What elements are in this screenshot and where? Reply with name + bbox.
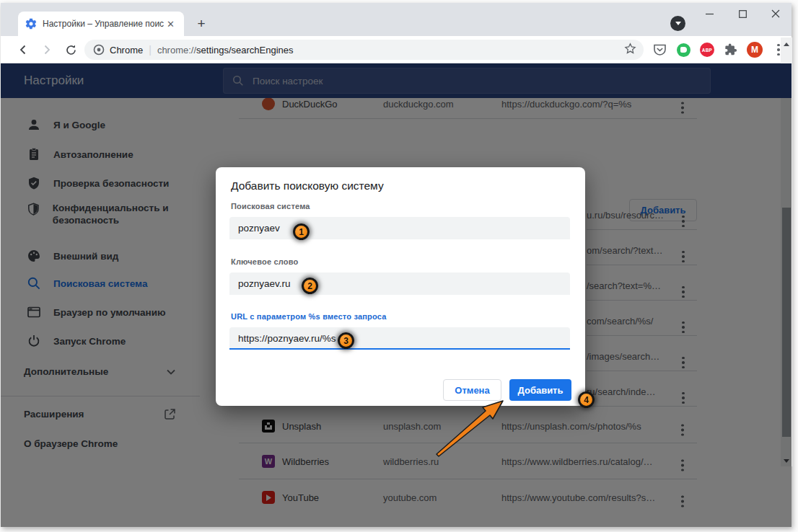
tab-title: Настройки – Управление поиск	[43, 19, 164, 29]
new-tab-button[interactable]: +	[193, 16, 210, 33]
bookmark-star-icon[interactable]	[624, 43, 636, 58]
caret-down-icon	[675, 22, 681, 25]
adblock-plus-icon[interactable]: ABP	[697, 40, 717, 60]
forward-icon[interactable]	[37, 40, 57, 60]
field-label-engine: Поисковая система	[231, 202, 310, 210]
extensions-puzzle-icon[interactable]	[721, 40, 741, 60]
abp-badge: ABP	[700, 43, 714, 57]
callout-marker-3: 3	[338, 332, 354, 349]
callout-marker-2: 2	[302, 278, 318, 294]
reload-icon[interactable]	[61, 40, 81, 60]
browser-window: Настройки – Управление поиск ✕ + Chrome …	[1, 3, 792, 527]
callout-marker-4: 4	[578, 391, 595, 408]
tab-close-icon[interactable]: ✕	[167, 19, 175, 29]
browser-toolbar: Chrome | chrome://settings/searchEngines…	[1, 36, 792, 63]
callout-marker-1: 1	[293, 223, 310, 240]
dialog-title: Добавить поисковую систему	[231, 179, 384, 192]
callout-arrow	[425, 395, 510, 460]
browser-tab[interactable]: Настройки – Управление поиск ✕	[18, 12, 184, 36]
tab-bar: Настройки – Управление поиск ✕ +	[1, 3, 792, 36]
address-bar[interactable]: Chrome | chrome://settings/searchEngines	[84, 40, 644, 60]
screenshot-canvas: Настройки – Управление поиск ✕ + Chrome …	[0, 0, 798, 532]
close-button[interactable]	[759, 3, 792, 25]
url-path: settings/searchEngines	[196, 45, 293, 56]
scrollbar-up-arrow[interactable]	[781, 39, 792, 49]
url-scheme: chrome://	[157, 45, 196, 56]
maximize-button[interactable]	[727, 3, 759, 25]
chrome-logo-icon	[93, 44, 105, 56]
field-label-url: URL с параметром %s вместо запроса	[231, 312, 387, 321]
chrome-update-icon[interactable]	[670, 16, 685, 31]
field-label-keyword: Ключевое слово	[231, 257, 299, 266]
settings-gear-favicon	[25, 18, 37, 30]
back-icon[interactable]	[13, 40, 33, 60]
address-separator: |	[149, 44, 152, 56]
evernote-icon[interactable]	[673, 40, 693, 60]
minimize-button[interactable]	[693, 3, 726, 25]
avatar-letter: M	[747, 42, 763, 58]
dialog-add-button[interactable]: Добавить	[509, 379, 571, 401]
pocket-icon[interactable]	[649, 40, 670, 60]
address-brand: Chrome	[110, 45, 143, 56]
keyword-input[interactable]: poznyaev.ru	[229, 272, 570, 295]
engine-name-input[interactable]: poznyaev	[229, 217, 570, 239]
add-search-engine-dialog: Добавить поисковую систему Поисковая сис…	[216, 167, 585, 406]
url-input[interactable]: https://poznyaev.ru/%s	[229, 327, 570, 350]
profile-avatar[interactable]: M	[745, 40, 765, 60]
